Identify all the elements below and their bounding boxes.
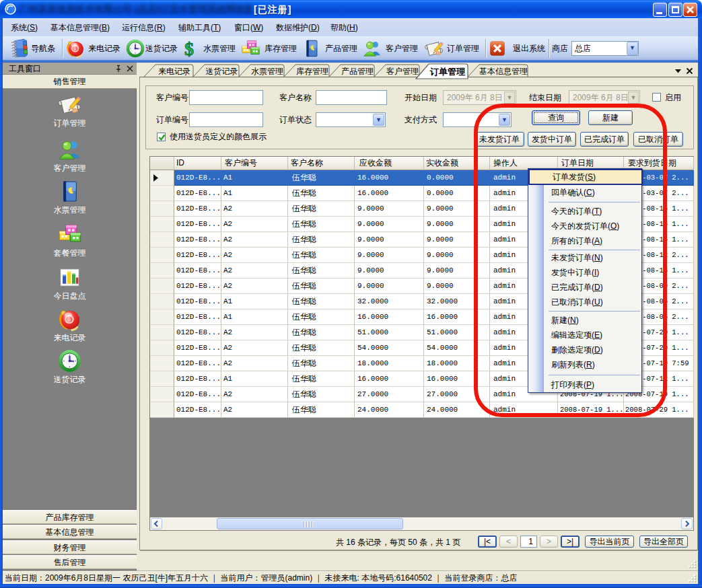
svg-text:$: $ [184,38,194,59]
svg-text:客户管理: 客户管理 [386,67,419,76]
svg-text:订单管理: 订单管理 [429,67,466,77]
svg-text:水票管理: 水票管理 [251,67,283,76]
svg-text:来电记录: 来电记录 [158,67,190,76]
svg-text:库存管理: 库存管理 [296,67,328,76]
svg-text:产品管理: 产品管理 [341,67,374,76]
svg-text:基本信息管理: 基本信息管理 [479,67,528,76]
svg-text:送货记录: 送货记录 [206,67,238,76]
